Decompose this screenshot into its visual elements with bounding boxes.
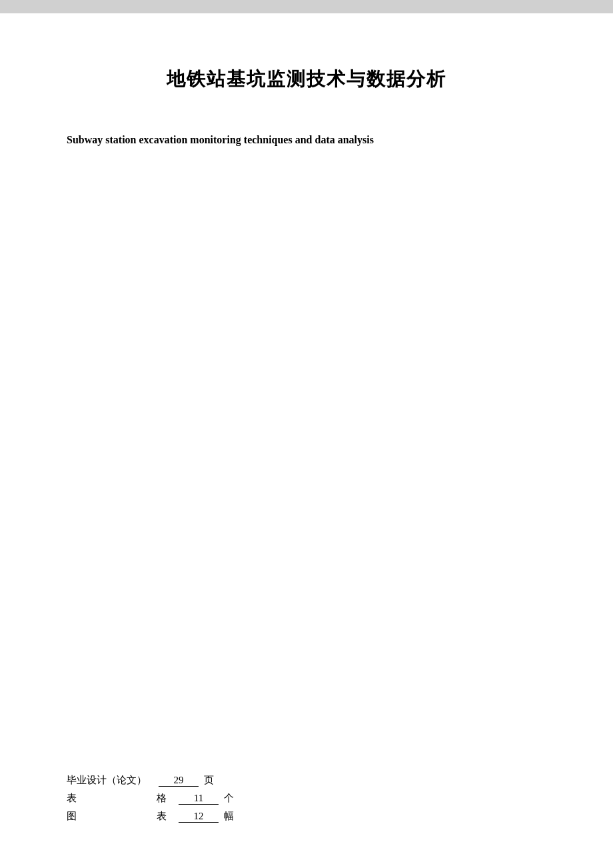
tables-unit: 个 (224, 792, 234, 805)
document-info: 毕业设计（论文） 29 页 表 格 11 个 图 表 12 幅 (67, 507, 546, 828)
pages-label: 毕业设计（论文） (67, 774, 153, 787)
pages-number: 29 (159, 775, 199, 787)
english-title: Subway station excavation monitoring tec… (67, 132, 546, 148)
tables-label-mid: 格 (113, 792, 173, 805)
document-page: 地铁站基坑监测技术与数据分析 Subway station excavation… (0, 13, 613, 868)
figures-unit: 幅 (224, 810, 234, 823)
pages-unit: 页 (204, 774, 214, 787)
figures-label-mid: 表 (113, 810, 173, 823)
pages-row: 毕业设计（论文） 29 页 (67, 774, 546, 787)
tables-number: 11 (179, 793, 219, 805)
figures-row: 图 表 12 幅 (67, 810, 546, 823)
figures-number: 12 (179, 811, 219, 823)
tables-row: 表 格 11 个 (67, 792, 546, 805)
chinese-title: 地铁站基坑监测技术与数据分析 (67, 67, 546, 92)
tables-label-left: 表 (67, 792, 113, 805)
figures-label-left: 图 (67, 810, 113, 823)
